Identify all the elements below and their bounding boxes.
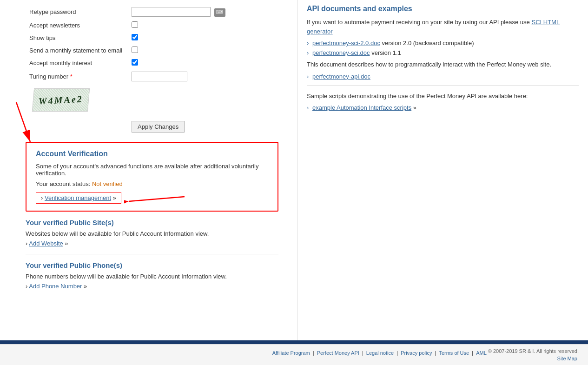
- retype-password-input[interactable]: [132, 7, 211, 17]
- svg-line-3: [129, 197, 185, 201]
- page-content: Retype password Accept newsletters Show …: [0, 0, 588, 365]
- content-area: Retype password Accept newsletters Show …: [0, 0, 588, 340]
- send-statement-row: Send a monthly statement to email: [26, 44, 278, 57]
- apply-changes-row: Apply Changes: [26, 116, 278, 135]
- verification-suffix: »: [113, 194, 116, 201]
- captcha-image: W4MAe2: [32, 88, 90, 112]
- right-panel: API documents and examples If you want t…: [297, 0, 588, 340]
- accept-newsletters-label: Accept newsletters: [29, 22, 80, 29]
- retype-password-row: Retype password: [26, 5, 278, 19]
- api-doc3-desc: This document describes how to programma…: [307, 60, 579, 69]
- accept-newsletters-checkbox[interactable]: [132, 21, 138, 28]
- api-example: example Automation Interface scripts »: [307, 104, 579, 111]
- sci-doc2-link[interactable]: perfectmoney-sci-2.0.doc: [312, 40, 380, 46]
- api-intro: If you want to automate payment receivin…: [307, 18, 579, 36]
- public-phones-desc: Phone numbers below will be available fo…: [26, 273, 278, 280]
- public-phones-section: Your verified Public Phone(s) Phone numb…: [26, 261, 278, 290]
- public-phones-title: Your verified Public Phone(s): [26, 261, 278, 269]
- legal-notice-link[interactable]: Legal notice: [366, 350, 394, 356]
- footer-links: © 2007-2019 SR & I. All rights reserved.…: [0, 344, 588, 365]
- privacy-policy-link[interactable]: Privacy policy: [401, 350, 432, 356]
- example-suffix: »: [413, 104, 416, 111]
- api-desc-text: If you want to automate payment receivin…: [307, 19, 530, 26]
- verification-prefix: ›: [41, 194, 43, 201]
- show-tips-label: Show tips: [29, 34, 55, 41]
- verification-management-link[interactable]: Verification management: [45, 194, 111, 201]
- accept-newsletters-row: Accept newsletters: [26, 19, 278, 32]
- left-panel: Retype password Accept newsletters Show …: [0, 0, 297, 340]
- turing-number-input[interactable]: [132, 72, 187, 81]
- add-website-suffix: »: [65, 240, 68, 247]
- affiliate-link[interactable]: Affiliate Program: [272, 350, 310, 356]
- sci-doc1-suffix: version 1.1: [371, 49, 401, 56]
- sci-doc1-link[interactable]: perfectmoney-sci.doc: [312, 49, 370, 56]
- public-sites-link-row: › Add Website »: [26, 240, 278, 247]
- keyboard-icon[interactable]: [214, 8, 225, 17]
- accept-interest-label: Accept monthly interest: [29, 60, 92, 66]
- add-website-link[interactable]: Add Website: [29, 240, 63, 247]
- api-doc1: perfectmoney-sci-2.0.doc version 2.0 (ba…: [307, 40, 579, 46]
- footer-bar: [0, 340, 588, 344]
- turing-number-label: Turing number: [29, 73, 68, 80]
- divider-1: [26, 254, 278, 254]
- sci-doc2-suffix: version 2.0 (backward compatible): [382, 40, 474, 46]
- verification-title: Account Verification: [36, 150, 268, 158]
- example-automation-link[interactable]: example Automation Interface scripts: [312, 104, 411, 111]
- footer: © 2007-2019 SR & I. All rights reserved.…: [0, 340, 588, 365]
- add-phone-prefix: ›: [26, 283, 27, 290]
- show-tips-row: Show tips: [26, 32, 278, 44]
- add-website-prefix: ›: [26, 240, 27, 247]
- footer-copyright: © 2007-2019 SR & I. All rights reserved.: [488, 348, 579, 354]
- site-map-link[interactable]: Site Map: [557, 356, 577, 361]
- account-status: Your account status: Not verified: [36, 180, 268, 187]
- public-sites-desc: Websites below will be available for Pub…: [26, 230, 278, 237]
- perfect-money-api-link[interactable]: Perfect Money API: [317, 350, 359, 356]
- api-doc3: perfectmoney-api.doc: [307, 73, 579, 80]
- public-sites-section: Your verified Public Site(s) Websites be…: [26, 219, 278, 247]
- aml-link[interactable]: AML: [476, 350, 487, 356]
- accept-interest-checkbox[interactable]: [132, 59, 138, 66]
- verification-link-box: › Verification management »: [36, 192, 121, 204]
- captcha-row: W4MAe2: [26, 84, 278, 116]
- add-phone-link[interactable]: Add Phone Number: [29, 283, 82, 290]
- verification-description: Some of your account's advanced function…: [36, 163, 268, 177]
- send-statement-checkbox[interactable]: [132, 46, 138, 53]
- show-tips-checkbox[interactable]: [132, 34, 138, 40]
- verification-link-wrapper: › Verification management »: [36, 192, 121, 204]
- status-value: Not verified: [92, 180, 123, 187]
- public-sites-title: Your verified Public Site(s): [26, 219, 278, 226]
- api-doc2: perfectmoney-sci.doc version 1.1: [307, 49, 579, 56]
- status-label: Your account status:: [36, 180, 90, 187]
- api-doc-link[interactable]: perfectmoney-api.doc: [312, 73, 370, 80]
- turing-number-row: Turing number *: [26, 69, 278, 84]
- required-star: *: [70, 73, 73, 80]
- public-phones-link-row: › Add Phone Number »: [26, 283, 278, 290]
- arrow-annotation-2: [124, 187, 189, 211]
- captcha-text: W4MAe2: [39, 93, 84, 106]
- account-verification-box: Account Verification Some of your accoun…: [26, 142, 278, 212]
- api-title: API documents and examples: [307, 5, 579, 13]
- add-phone-suffix: »: [84, 283, 87, 290]
- retype-password-label: Retype password: [29, 8, 76, 15]
- send-statement-label: Send a monthly statement to email: [29, 47, 122, 54]
- accept-interest-row: Accept monthly interest: [26, 57, 278, 69]
- api-sample-desc: Sample scripts demonstrating the use of …: [307, 92, 579, 101]
- terms-of-use-link[interactable]: Terms of Use: [439, 350, 469, 356]
- settings-form: Retype password Accept newsletters Show …: [26, 5, 278, 135]
- api-divider: [307, 86, 579, 86]
- apply-changes-button[interactable]: Apply Changes: [132, 121, 185, 133]
